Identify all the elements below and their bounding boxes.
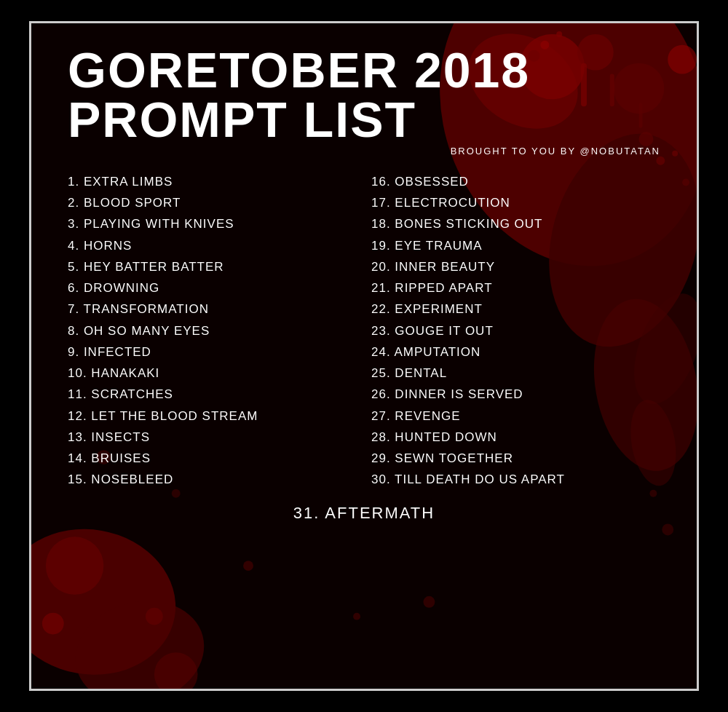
list-item: 12. LET THE BLOOD STREAM [68,406,357,427]
svg-point-20 [46,537,103,594]
title-section: GORETOBER 2018 PROMPT LIST BROUGHT TO YO… [68,45,660,157]
list-item: 28. HUNTED DOWN [371,427,660,448]
svg-point-22 [42,613,64,635]
final-prompt: 31. AFTERMATH [68,504,660,523]
svg-point-29 [662,523,673,535]
list-item: 11. SCRATCHES [68,384,357,405]
main-title: GORETOBER 2018 PROMPT LIST [68,45,660,144]
page-content: GORETOBER 2018 PROMPT LIST BROUGHT TO YO… [68,45,660,523]
list-item: 2. BLOOD SPORT [68,192,357,213]
list-item: 23. GOUGE IT OUT [371,320,660,341]
svg-point-23 [146,608,163,625]
list-item: 27. REVENGE [371,406,660,427]
svg-point-24 [243,561,253,571]
list-item: 29. SEWN TOGETHER [371,448,660,469]
list-item: 20. INNER BEAUTY [371,256,660,277]
list-item: 16. OBSESSED [371,171,660,192]
subtitle: BROUGHT TO YOU BY @NOBUTATAN [68,146,660,157]
list-item: 21. RIPPED APART [371,277,660,298]
svg-point-25 [353,613,360,620]
list-item: 9. INFECTED [68,341,357,363]
list-item: 15. NOSEBLEED [68,469,357,490]
list-item: 5. HEY BATTER BATTER [68,256,357,277]
list-item: 22. EXPERIMENT [371,298,660,320]
list-item: 13. INSECTS [68,427,357,448]
list-item: 7. TRANSFORMATION [68,298,357,320]
svg-point-18 [31,515,187,688]
list-item: 19. EYE TRAUMA [371,235,660,256]
main-card: GORETOBER 2018 PROMPT LIST BROUGHT TO YO… [29,21,699,691]
list-item: 17. ELECTROCUTION [371,192,660,213]
list-item: 18. BONES STICKING OUT [371,213,660,234]
svg-point-12 [556,31,562,37]
list-item: 24. AMPUTATION [371,341,660,363]
svg-point-7 [668,45,697,74]
list-item: 3. PLAYING WITH KNIVES [68,213,357,234]
list-item: 30. TILL DEATH DO US APART [371,469,660,490]
list-item: 10. HANAKAKI [68,363,357,384]
list-item: 6. DROWNING [68,277,357,298]
svg-point-17 [682,179,689,186]
list-item: 1. EXTRA LIMBS [68,171,357,192]
svg-point-21 [154,652,198,689]
left-column: 1. EXTRA LIMBS2. BLOOD SPORT3. PLAYING W… [68,171,357,491]
svg-point-26 [423,596,435,608]
svg-point-16 [672,151,678,157]
list-item: 25. DENTAL [371,363,660,384]
list-item: 14. BRUISES [68,448,357,469]
list-item: 26. DINNER IS SERVED [371,384,660,405]
list-item: 4. HORNS [68,235,357,256]
svg-point-19 [64,587,216,689]
list-item: 8. OH SO MANY EYES [68,320,357,341]
prompts-container: 1. EXTRA LIMBS2. BLOOD SPORT3. PLAYING W… [68,171,660,491]
right-column: 16. OBSESSED17. ELECTROCUTION18. BONES S… [371,171,660,491]
